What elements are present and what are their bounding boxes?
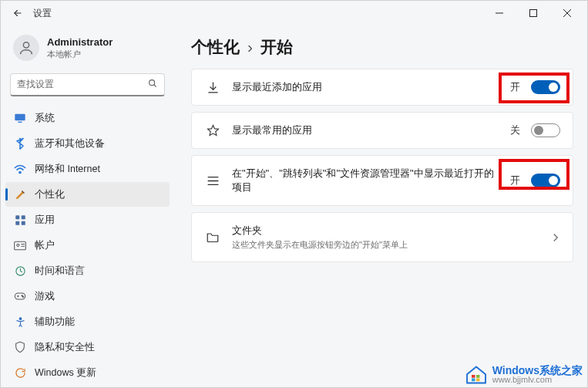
sidebar-item-label: 隐私和安全性 <box>35 341 95 354</box>
setting-title: 显示最常用的应用 <box>232 123 496 137</box>
svg-rect-10 <box>15 215 19 219</box>
account-name: Administrator <box>47 36 113 48</box>
star-icon <box>204 124 221 137</box>
sidebar-item-bluetooth[interactable]: 蓝牙和其他设备 <box>5 131 170 156</box>
user-icon <box>18 39 35 56</box>
setting-title: 在"开始"、"跳转列表"和"文件资源管理器"中显示最近打开的项目 <box>232 167 496 194</box>
avatar <box>13 35 39 61</box>
toggle-switch[interactable] <box>531 80 560 94</box>
display-icon <box>13 113 27 123</box>
update-icon <box>13 367 27 379</box>
toggle-switch[interactable] <box>531 174 560 187</box>
svg-point-18 <box>22 295 22 296</box>
svg-point-9 <box>19 171 21 173</box>
download-icon <box>204 81 221 94</box>
shield-icon <box>13 341 27 353</box>
sidebar-item-accounts[interactable]: 帐户 <box>5 233 170 258</box>
svg-rect-7 <box>15 114 25 121</box>
search-placeholder: 查找设置 <box>17 78 147 91</box>
toggle-state: 开 <box>506 81 520 94</box>
clock-globe-icon <box>13 265 27 277</box>
chevron-right-icon <box>551 233 560 242</box>
sidebar: Administrator 本地帐户 查找设置 系统 蓝牙和其他设备 <box>1 25 174 387</box>
setting-title: 文件夹 <box>232 224 540 238</box>
close-icon <box>563 9 571 17</box>
maximize-button[interactable] <box>516 2 550 25</box>
account-type: 本地帐户 <box>47 49 113 60</box>
toggle-state: 关 <box>506 124 520 137</box>
sidebar-item-system[interactable]: 系统 <box>5 106 170 130</box>
setting-recently-added-apps: 显示最近添加的应用 开 <box>191 69 573 106</box>
back-button[interactable] <box>8 4 27 22</box>
sidebar-item-privacy[interactable]: 隐私和安全性 <box>5 335 170 359</box>
svg-rect-13 <box>21 221 25 224</box>
svg-rect-11 <box>21 215 25 219</box>
wifi-icon <box>13 164 27 174</box>
main-content: 个性化 › 开始 显示最近添加的应用 开 显示最常用的应用 关 <box>174 25 587 387</box>
id-card-icon <box>13 241 27 251</box>
sidebar-item-label: 应用 <box>35 214 55 227</box>
svg-rect-12 <box>15 221 19 224</box>
minimize-button[interactable] <box>482 2 516 25</box>
sidebar-item-label: 帐户 <box>35 239 55 252</box>
sidebar-item-time-language[interactable]: 时间和语言 <box>5 258 170 283</box>
setting-recent-items: 在"开始"、"跳转列表"和"文件资源管理器"中显示最近打开的项目 开 <box>191 155 573 206</box>
gamepad-icon <box>13 292 27 301</box>
sidebar-item-network[interactable]: 网络和 Internet <box>5 157 170 181</box>
paintbrush-icon <box>13 189 27 201</box>
setting-folders[interactable]: 文件夹 这些文件夹显示在电源按钮旁边的"开始"菜单上 <box>191 212 573 262</box>
sidebar-item-label: 游戏 <box>35 290 55 303</box>
svg-line-6 <box>154 85 156 87</box>
settings-window: 设置 Administrator 本地帐户 <box>0 0 588 388</box>
apps-icon <box>13 214 27 226</box>
setting-title: 显示最近添加的应用 <box>232 80 496 94</box>
setting-subtitle: 这些文件夹显示在电源按钮旁边的"开始"菜单上 <box>232 239 540 251</box>
nav-list: 系统 蓝牙和其他设备 网络和 Internet 个性化 应用 <box>5 106 170 385</box>
sidebar-item-label: Windows 更新 <box>35 366 96 380</box>
sidebar-item-label: 网络和 Internet <box>35 163 100 176</box>
close-button[interactable] <box>550 2 584 25</box>
svg-rect-1 <box>530 10 537 17</box>
folder-icon <box>204 231 221 243</box>
maximize-icon <box>529 9 537 17</box>
page-title: 开始 <box>260 36 293 58</box>
sidebar-item-label: 辅助功能 <box>35 315 75 329</box>
svg-rect-8 <box>18 122 22 123</box>
search-input[interactable]: 查找设置 <box>10 73 165 96</box>
sidebar-item-label: 系统 <box>35 112 55 125</box>
chevron-right-icon: › <box>247 38 253 56</box>
account-block[interactable]: Administrator 本地帐户 <box>5 30 170 66</box>
window-title: 设置 <box>33 7 52 20</box>
svg-point-20 <box>19 317 22 319</box>
svg-point-5 <box>150 80 155 86</box>
search-icon <box>147 78 158 91</box>
setting-most-used-apps: 显示最常用的应用 关 <box>191 112 573 149</box>
sidebar-item-accessibility[interactable]: 辅助功能 <box>5 309 170 334</box>
svg-point-15 <box>17 244 19 246</box>
toggle-state: 开 <box>506 174 520 187</box>
breadcrumb-parent[interactable]: 个性化 <box>191 36 240 58</box>
sidebar-item-apps[interactable]: 应用 <box>5 207 170 232</box>
sidebar-item-personalization[interactable]: 个性化 <box>5 182 170 207</box>
minimize-icon <box>496 9 503 17</box>
arrow-left-icon <box>12 8 23 19</box>
breadcrumb: 个性化 › 开始 <box>191 36 573 58</box>
bluetooth-icon <box>13 137 27 150</box>
accessibility-icon <box>13 316 27 328</box>
toggle-switch[interactable] <box>531 123 560 137</box>
sidebar-item-windows-update[interactable]: Windows 更新 <box>5 360 170 385</box>
sidebar-item-label: 个性化 <box>35 188 65 201</box>
sidebar-item-label: 时间和语言 <box>35 265 85 278</box>
svg-rect-14 <box>15 241 26 250</box>
sidebar-item-label: 蓝牙和其他设备 <box>35 137 105 150</box>
titlebar: 设置 <box>1 1 587 25</box>
list-icon <box>204 175 221 187</box>
svg-point-4 <box>23 42 29 48</box>
svg-point-19 <box>22 296 23 297</box>
sidebar-item-gaming[interactable]: 游戏 <box>5 284 170 309</box>
